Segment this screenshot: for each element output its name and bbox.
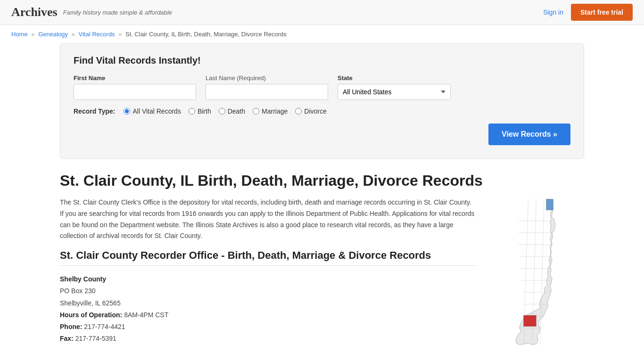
- radio-birth-input[interactable]: [189, 108, 195, 115]
- breadcrumb: Home » Genealogy » Vital Records » St. C…: [0, 25, 644, 43]
- svg-rect-14: [523, 315, 536, 327]
- breadcrumb-current: St. Clair County, IL Birth, Death, Marri…: [125, 31, 287, 38]
- sep3: »: [118, 31, 122, 38]
- fax-value: 217-774-5391: [75, 335, 116, 342]
- tagline: Family history made simple & affordable: [63, 9, 172, 16]
- svg-rect-13: [546, 199, 553, 210]
- breadcrumb-vital-records[interactable]: Vital Records: [79, 31, 115, 38]
- office-info: Shelby County PO Box 230 Shelbyville, IL…: [60, 273, 477, 345]
- sign-in-link[interactable]: Sign in: [543, 8, 563, 16]
- office-address2: Shelbyville, IL 62565: [60, 297, 477, 309]
- radio-divorce-label: Divorce: [304, 107, 326, 115]
- search-box: Find Vital Records Instantly! First Name…: [60, 43, 584, 159]
- view-records-button[interactable]: View Records »: [488, 123, 570, 145]
- radio-death-label: Death: [228, 107, 245, 115]
- office-phone: Phone: 217-774-4421: [60, 321, 477, 333]
- state-group: State All United States: [338, 74, 451, 100]
- record-type-options: All Vital Records Birth Death Marriage D…: [124, 107, 326, 115]
- radio-birth-label: Birth: [198, 107, 211, 115]
- breadcrumb-home[interactable]: Home: [11, 31, 28, 38]
- header-right: Sign in Start free trial: [543, 4, 633, 21]
- state-label: State: [338, 74, 451, 82]
- office-name: Shelby County: [60, 273, 477, 285]
- radio-divorce[interactable]: Divorce: [295, 107, 326, 115]
- radio-marriage[interactable]: Marriage: [253, 107, 288, 115]
- sep2: »: [72, 31, 75, 38]
- search-btn-row: View Records »: [74, 123, 570, 145]
- content-text: The St. Clair County Clerk's Office is t…: [60, 197, 477, 349]
- start-trial-button[interactable]: Start free trial: [571, 4, 633, 21]
- office-hours: Hours of Operation: 8AM-4PM CST: [60, 309, 477, 321]
- recorder-section-title: St. Clair County Recorder Office - Birth…: [60, 249, 477, 266]
- hours-value: 8AM-4PM CST: [124, 311, 168, 319]
- record-type-row: Record Type: All Vital Records Birth Dea…: [74, 107, 570, 115]
- logo: Archives: [11, 5, 58, 19]
- radio-birth[interactable]: Birth: [189, 107, 211, 115]
- phone-label: Phone:: [60, 323, 82, 330]
- header-left: Archives Family history made simple & af…: [11, 5, 172, 19]
- sep1: »: [31, 31, 34, 38]
- first-name-group: First Name: [74, 74, 196, 100]
- main-content: Find Vital Records Instantly! First Name…: [49, 43, 595, 349]
- radio-divorce-input[interactable]: [295, 108, 302, 115]
- hours-label: Hours of Operation:: [60, 311, 122, 319]
- record-type-label: Record Type:: [74, 107, 115, 115]
- search-title: Find Vital Records Instantly!: [74, 55, 570, 66]
- breadcrumb-genealogy[interactable]: Genealogy: [38, 31, 68, 38]
- last-name-label: Last Name (Required): [206, 74, 328, 82]
- radio-all-vital-label: All Vital Records: [132, 107, 181, 115]
- office-fax: Fax: 217-774-5391: [60, 333, 477, 345]
- last-name-group: Last Name (Required): [206, 74, 328, 100]
- phone-value: 217-774-4421: [84, 323, 125, 330]
- search-fields: First Name Last Name (Required) State Al…: [74, 74, 570, 100]
- radio-marriage-input[interactable]: [253, 108, 259, 115]
- first-name-input[interactable]: [74, 84, 196, 100]
- page-description: The St. Clair County Clerk's Office is t…: [60, 197, 477, 242]
- header: Archives Family history made simple & af…: [0, 0, 644, 25]
- radio-all-vital-input[interactable]: [124, 108, 130, 115]
- radio-death[interactable]: Death: [219, 107, 245, 115]
- radio-death-input[interactable]: [219, 108, 225, 115]
- radio-marriage-label: Marriage: [262, 107, 288, 115]
- page-title: St. Clair County, IL Birth, Death, Marri…: [60, 172, 584, 189]
- illinois-map: [490, 197, 575, 348]
- radio-all-vital[interactable]: All Vital Records: [124, 107, 181, 115]
- fax-label: Fax:: [60, 335, 74, 342]
- last-name-input[interactable]: [206, 84, 328, 100]
- first-name-label: First Name: [74, 74, 196, 82]
- map-container: [490, 197, 584, 349]
- office-address1: PO Box 230: [60, 285, 477, 297]
- state-select[interactable]: All United States: [338, 84, 451, 100]
- content-section: The St. Clair County Clerk's Office is t…: [60, 197, 584, 349]
